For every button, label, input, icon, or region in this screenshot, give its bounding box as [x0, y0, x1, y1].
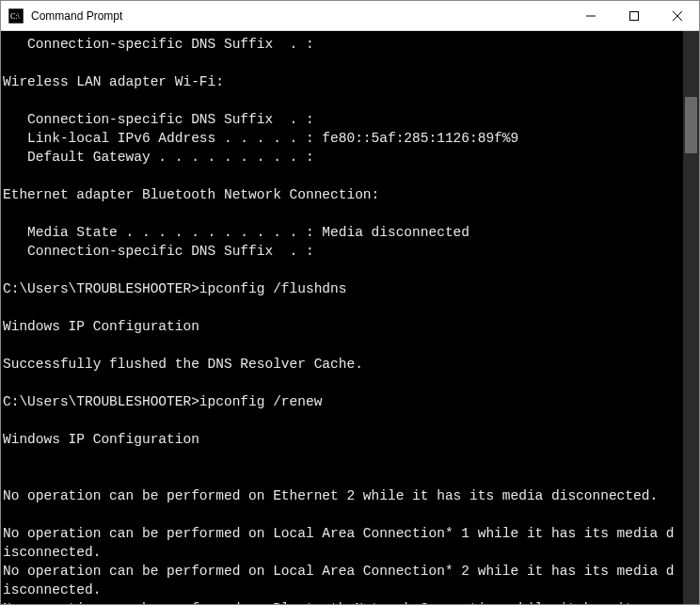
maximize-button[interactable]	[612, 1, 656, 30]
scrollbar-thumb[interactable]	[685, 97, 697, 153]
vertical-scrollbar[interactable]	[683, 31, 699, 604]
close-button[interactable]	[656, 1, 699, 30]
svg-text:C:\: C:\	[10, 12, 21, 21]
svg-rect-3	[630, 11, 639, 20]
minimize-button[interactable]	[569, 1, 612, 30]
terminal-output[interactable]: Connection-specific DNS Suffix . : Wirel…	[1, 31, 683, 604]
titlebar[interactable]: C:\ Command Prompt	[1, 1, 699, 31]
window-title: Command Prompt	[31, 9, 569, 23]
app-icon: C:\	[8, 8, 24, 24]
client-area: Connection-specific DNS Suffix . : Wirel…	[1, 31, 699, 604]
window-controls	[569, 1, 699, 30]
